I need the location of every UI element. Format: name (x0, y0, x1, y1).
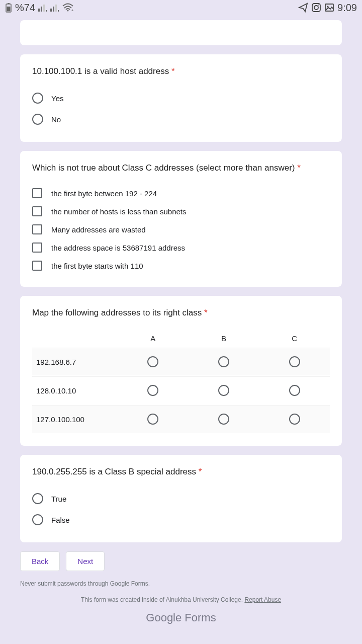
svg-point-15 (318, 5, 319, 6)
question-title: 190.0.255.255 is a Class B special addre… (32, 467, 330, 477)
svg-rect-10 (58, 10, 59, 12)
radio-icon (289, 414, 300, 425)
option-label: True (51, 495, 66, 503)
grid-header: A B C (32, 329, 330, 348)
svg-rect-6 (46, 10, 47, 12)
grid-radio-cell[interactable] (118, 356, 189, 367)
wifi-icon: + (62, 3, 73, 12)
checkbox-icon (32, 261, 42, 271)
grid-radio-cell[interactable] (189, 385, 259, 396)
checkbox-option[interactable]: the address space is 53687191 address (32, 238, 330, 257)
grid-question: A B C 192.168.6.7 128.0.10.10 (32, 329, 330, 433)
password-disclaimer: Never submit passwords through Google Fo… (20, 580, 342, 587)
question-card-4: 190.0.255.255 is a Class B special addre… (20, 455, 342, 542)
send-icon (298, 3, 308, 13)
checkbox-option[interactable]: the first byte starts with 110 (32, 257, 330, 275)
question-title: 10.100.100.1 is a valid host address * (32, 66, 330, 76)
battery-icon (5, 3, 12, 13)
svg-rect-5 (43, 5, 45, 12)
status-bar: %74 + 9:09 (0, 0, 362, 15)
report-abuse-link[interactable]: Report Abuse (244, 596, 281, 603)
radio-icon (147, 414, 158, 425)
svg-rect-4 (41, 7, 42, 12)
signal-icon (38, 4, 47, 12)
grid-radio-cell[interactable] (259, 356, 330, 367)
checkbox-icon (32, 188, 42, 198)
radio-icon (218, 356, 229, 367)
instagram-icon (311, 3, 321, 13)
radio-icon (147, 385, 158, 396)
option-label: the number of hosts is less than subnets (51, 207, 186, 216)
svg-point-11 (67, 10, 69, 12)
next-button[interactable]: Next (66, 551, 105, 571)
grid-radio-cell[interactable] (189, 356, 259, 367)
svg-rect-7 (50, 9, 52, 12)
radio-option-true[interactable]: True (32, 488, 330, 509)
radio-icon (218, 414, 229, 425)
grid-row: 127.0.100.100 (32, 405, 330, 433)
checkbox-icon (32, 206, 42, 216)
google-forms-brand[interactable]: Google Forms (20, 611, 342, 624)
checkbox-option[interactable]: the first byte between 192 - 224 (32, 184, 330, 202)
option-label: No (51, 115, 61, 124)
svg-rect-1 (8, 3, 10, 4)
back-button[interactable]: Back (20, 551, 60, 571)
option-label: Yes (51, 94, 63, 103)
checkbox-icon (32, 224, 42, 234)
checkbox-option[interactable]: the number of hosts is less than subnets (32, 202, 330, 220)
radio-icon (218, 385, 229, 396)
form-content: 10.100.100.1 is a valid host address * Y… (0, 20, 362, 624)
battery-pct: %74 (15, 2, 35, 14)
nav-buttons: Back Next (20, 551, 342, 571)
grid-col-header: B (189, 334, 259, 343)
question-title: Map the following addresses to its right… (32, 308, 330, 318)
option-label: Many addresses are wasted (51, 225, 146, 234)
radio-icon (147, 356, 158, 367)
grid-row-label: 127.0.100.100 (32, 415, 118, 424)
radio-icon (289, 385, 300, 396)
option-label: the first byte starts with 110 (51, 262, 143, 270)
grid-radio-cell[interactable] (259, 414, 330, 425)
checkbox-icon (32, 243, 42, 253)
form-attribution: This form was created inside of Alnukhba… (20, 596, 342, 603)
grid-radio-cell[interactable] (189, 414, 259, 425)
radio-icon (32, 514, 43, 525)
question-card-1: 10.100.100.1 is a valid host address * Y… (20, 54, 342, 142)
grid-row: 192.168.6.7 (32, 348, 330, 375)
grid-radio-cell[interactable] (118, 414, 189, 425)
svg-rect-2 (7, 7, 11, 12)
svg-rect-3 (38, 9, 40, 12)
radio-icon (32, 93, 43, 104)
radio-option-yes[interactable]: Yes (32, 88, 330, 109)
option-label: False (51, 516, 70, 524)
grid-row-label: 128.0.10.10 (32, 386, 118, 395)
option-label: the first byte between 192 - 224 (51, 189, 157, 198)
signal-icon-2 (50, 4, 59, 12)
radio-option-no[interactable]: No (32, 109, 330, 130)
question-card-3: Map the following addresses to its right… (20, 296, 342, 446)
grid-radio-cell[interactable] (259, 385, 330, 396)
grid-radio-cell[interactable] (118, 385, 189, 396)
radio-icon (32, 114, 43, 125)
radio-option-false[interactable]: False (32, 509, 330, 530)
checkbox-option[interactable]: Many addresses are wasted (32, 220, 330, 238)
svg-text:+: + (71, 8, 73, 12)
svg-rect-8 (53, 7, 54, 12)
prev-card-stub (20, 20, 342, 45)
grid-row: 128.0.10.10 (32, 376, 330, 404)
question-card-2: Which is not true about Class C addresse… (20, 151, 342, 287)
radio-icon (289, 356, 300, 367)
grid-col-header: A (118, 334, 189, 343)
image-icon (324, 3, 334, 13)
question-title: Which is not true about Class C addresse… (32, 163, 330, 173)
grid-col-header: C (259, 334, 330, 343)
radio-icon (32, 493, 43, 504)
option-label: the address space is 53687191 address (51, 244, 185, 252)
svg-point-14 (314, 6, 318, 10)
grid-row-label: 192.168.6.7 (32, 358, 118, 366)
svg-rect-9 (55, 5, 57, 12)
clock-time: 9:09 (337, 2, 357, 14)
